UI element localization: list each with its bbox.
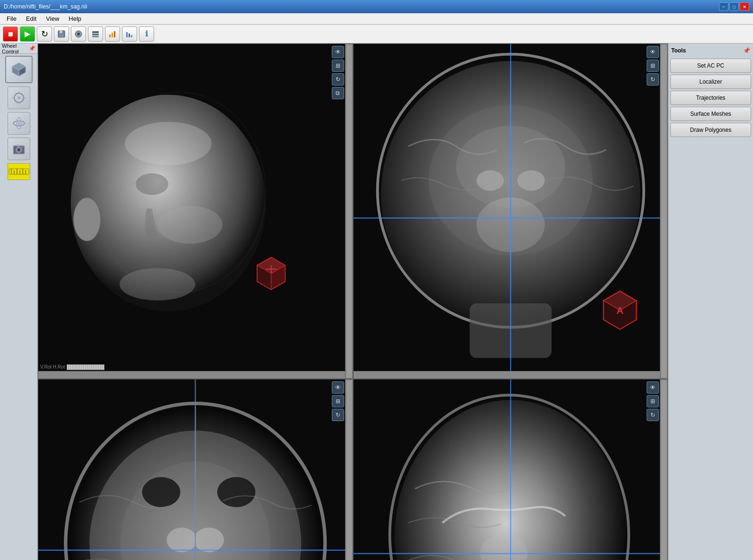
svg-point-31 — [21, 146, 23, 148]
svg-text:A: A — [616, 305, 623, 316]
svg-rect-2 — [59, 34, 64, 37]
svg-point-68 — [167, 527, 197, 552]
wheel-control-header: Wheel Control 📌 — [0, 43, 37, 54]
stop-button[interactable]: ⏹ — [3, 26, 18, 42]
orbit-button[interactable] — [8, 112, 30, 135]
svg-rect-6 — [92, 34, 99, 35]
maximize-button[interactable]: □ — [729, 2, 739, 11]
disk-button[interactable] — [71, 26, 86, 42]
vp-sag-sync-btn[interactable]: ↻ — [647, 409, 659, 421]
svg-point-45 — [125, 122, 211, 165]
vrot-text: V.Rot H.Rot — [40, 364, 65, 370]
wheel-control-label: Wheel Control — [2, 43, 29, 54]
vp-coronal-sync-btn[interactable]: ↻ — [647, 73, 659, 86]
svg-rect-32 — [9, 169, 29, 174]
menu-bar: File Edit View Help — [0, 13, 753, 25]
menu-edit[interactable]: Edit — [21, 14, 41, 23]
left-sidebar: Wheel Control 📌 — [0, 43, 38, 560]
viewport-coronal[interactable]: A 👁 ⊞ ↻ Scroll — [353, 43, 668, 379]
svg-rect-13 — [131, 35, 132, 37]
svg-point-41 — [73, 198, 100, 241]
ruler-button[interactable] — [8, 163, 30, 180]
window-title: D:/home/nifti_files/___km_sag.nii — [4, 3, 87, 10]
rot-slider[interactable] — [67, 364, 104, 370]
vp-axial-scrollbar[interactable] — [345, 379, 353, 560]
surface-meshes-button[interactable]: Surface Meshes — [670, 107, 751, 121]
wheel-control-pin[interactable]: 📌 — [29, 45, 35, 52]
3d-head-panel — [38, 44, 353, 379]
3d-view-button[interactable] — [5, 56, 33, 83]
vp-sync-button[interactable]: ↻ — [332, 73, 344, 86]
tools-header: Tools 📌 — [670, 45, 751, 56]
layers-button[interactable] — [88, 26, 103, 42]
head-3d-svg — [38, 44, 353, 379]
svg-rect-9 — [112, 33, 113, 37]
viewport-sagittal[interactable]: 👁 ⊞ ↻ Scroll — [353, 379, 668, 560]
viewport-top-row: 👁 ⊞ ↻ ⧉ V.Rot H.Rot Scroll — [38, 43, 668, 379]
svg-point-44 — [120, 268, 195, 301]
sagittal-panel — [354, 379, 668, 560]
svg-point-42 — [136, 173, 168, 195]
vp-hscrollbar-3d[interactable] — [38, 371, 345, 379]
viewport-3d-head[interactable]: 👁 ⊞ ↻ ⧉ V.Rot H.Rot Scroll — [38, 43, 353, 379]
vp-axial-frame-btn[interactable]: ⊞ — [332, 395, 344, 407]
vp-eye-button[interactable]: 👁 — [332, 46, 344, 58]
menu-view[interactable]: View — [41, 14, 64, 23]
chart2-button[interactable] — [122, 26, 137, 42]
sagittal-mri-svg — [354, 379, 668, 560]
minimize-button[interactable]: − — [719, 2, 728, 11]
draw-polygones-button[interactable]: Draw Polygones — [670, 123, 751, 137]
localizer-button[interactable]: Localizer — [670, 75, 751, 89]
svg-point-4 — [77, 33, 80, 35]
reload-button[interactable]: ↻ — [37, 26, 52, 42]
menu-help[interactable]: Help — [64, 14, 86, 23]
svg-point-43 — [157, 206, 222, 243]
axial-mri-svg: F — [38, 379, 353, 560]
viewport-coronal-controls: 👁 ⊞ ↻ — [647, 46, 659, 86]
rotate-button[interactable] — [8, 86, 30, 109]
vp-frame-button[interactable]: ⊞ — [332, 60, 344, 72]
svg-point-19 — [17, 96, 20, 99]
coronal-mri-svg: A — [354, 44, 668, 379]
info-button[interactable]: ℹ — [139, 26, 154, 42]
chart1-button[interactable] — [105, 26, 120, 42]
menu-file[interactable]: File — [2, 14, 21, 23]
vp-axial-eye-btn[interactable]: 👁 — [332, 381, 344, 394]
main-content: Wheel Control 📌 — [0, 43, 753, 560]
svg-rect-10 — [114, 31, 115, 37]
vp-coronal-eye-btn[interactable]: 👁 — [647, 46, 659, 58]
svg-rect-5 — [92, 31, 99, 33]
snapshot-button[interactable] — [8, 138, 30, 160]
trajectories-button[interactable]: Trajectories — [670, 91, 751, 105]
vrot-label: V.Rot H.Rot — [40, 364, 104, 370]
svg-point-29 — [17, 148, 20, 151]
coronal-panel: A — [354, 44, 668, 379]
vp-sagittal-scrollbar[interactable] — [660, 379, 667, 560]
svg-rect-30 — [17, 145, 19, 146]
svg-point-69 — [194, 527, 224, 552]
tools-pin[interactable]: 📌 — [743, 47, 750, 54]
vp-sag-eye-btn[interactable]: 👁 — [647, 381, 659, 394]
save-button[interactable] — [54, 26, 69, 42]
svg-point-72 — [217, 477, 255, 507]
vp-axial-sync-btn[interactable]: ↻ — [332, 409, 344, 421]
run-button[interactable]: ▶ — [20, 26, 35, 42]
vp-coronal-frame-btn[interactable]: ⊞ — [647, 60, 659, 72]
svg-rect-11 — [126, 32, 128, 37]
viewport-axial[interactable]: F 👁 ⊞ ↻ Scroll — [38, 379, 353, 560]
svg-rect-7 — [92, 36, 99, 37]
viewport-sagittal-controls: 👁 ⊞ ↻ — [647, 381, 659, 421]
svg-point-71 — [142, 477, 181, 507]
window-controls: − □ ✕ — [719, 2, 749, 11]
vp-sag-frame-btn[interactable]: ⊞ — [647, 395, 659, 407]
axial-panel: F — [38, 379, 353, 560]
svg-point-55 — [517, 170, 545, 190]
close-button[interactable]: ✕ — [740, 2, 749, 11]
vp-coronal-scrollbar[interactable] — [660, 44, 667, 379]
viewport-bottom-row: F 👁 ⊞ ↻ Scroll — [38, 379, 668, 560]
set-ac-pc-button[interactable]: Set AC PC — [670, 59, 751, 73]
vp-quad-button[interactable]: ⧉ — [332, 87, 344, 99]
viewport-axial-controls: 👁 ⊞ ↻ — [332, 381, 344, 421]
vp-3d-scrollbar[interactable] — [345, 44, 353, 379]
vp-hscrollbar-coronal[interactable] — [354, 371, 660, 379]
